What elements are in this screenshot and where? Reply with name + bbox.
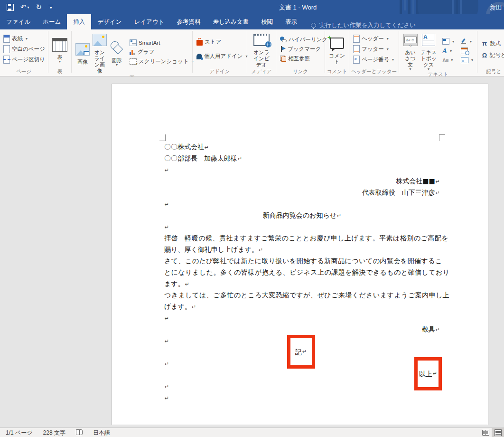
doc-line: つきましては、ご多忙のところ大変恐縮ですが、ぜひご来場くださいますようご案内申し… <box>164 289 440 301</box>
tab-review[interactable]: 校閲 <box>255 14 279 29</box>
tab-mailings[interactable]: 差し込み文書 <box>206 14 255 29</box>
cross-reference-button[interactable]: 相互参照 <box>279 55 329 63</box>
my-addins-button[interactable]: 個人用アドイン <box>195 52 249 60</box>
doc-line: 賜り、厚く御礼申し上げます。↵ <box>164 244 440 255</box>
proofing-icon <box>76 429 83 435</box>
cross-reference-icon <box>280 56 286 62</box>
shapes-button[interactable]: 図形 <box>108 38 125 66</box>
wordart-icon: A <box>442 48 447 54</box>
save-button[interactable] <box>7 4 14 11</box>
undo-button[interactable]: ↶▾ <box>20 3 29 11</box>
quick-access-toolbar: ↶▾ ↻ ▾ <box>7 0 53 14</box>
tab-file[interactable]: ファイル <box>0 14 37 29</box>
hyperlink-icon <box>280 37 287 43</box>
language-indicator[interactable]: 日本語 <box>93 429 110 437</box>
text-box-button[interactable]: テキストボックス <box>419 30 438 71</box>
document-area: 〇〇株式会社↵ 〇〇部部長 加藤太郎様↵ ↵ 株式会社■■↵ 代表取締役 山下三… <box>0 76 504 428</box>
ribbon-group-symbols: π数式 Ω記号と 記号と <box>478 29 504 76</box>
online-video-button[interactable]: オンラインビデオ <box>250 30 273 68</box>
smartart-button[interactable]: SmartArt <box>128 39 195 47</box>
chart-icon <box>130 49 136 55</box>
tab-insert[interactable]: 挿入 <box>67 14 91 29</box>
tell-me-box[interactable]: 実行したい作業を入力してください <box>311 21 416 29</box>
greeting-button[interactable]: あいさつ文 <box>401 30 419 71</box>
doc-line-ijo: 以上↵ <box>164 369 440 380</box>
ribbon: 表紙 空白のページ ページ区切り ページ 表 表 画像 <box>0 29 504 76</box>
object-button[interactable] <box>459 57 475 64</box>
proofing-button[interactable] <box>76 429 83 436</box>
margin-corner-mark <box>159 134 166 141</box>
picture-button[interactable]: 画像 <box>74 40 91 65</box>
read-mode-button[interactable] <box>479 428 492 437</box>
doc-line-ki: 記↵ <box>164 346 440 358</box>
symbol-button[interactable]: Ω記号と <box>480 51 504 59</box>
document-page[interactable]: 〇〇株式会社↵ 〇〇部部長 加藤太郎様↵ ↵ 株式会社■■↵ 代表取締役 山下三… <box>112 84 488 425</box>
header-icon <box>353 35 360 43</box>
tab-references[interactable]: 参考資料 <box>170 14 206 29</box>
doc-line: げます。↵ <box>164 301 440 312</box>
paragraph-mark: ↵ <box>302 346 307 358</box>
lightbulb-icon <box>311 23 316 28</box>
word-count[interactable]: 228 文字 <box>43 429 65 437</box>
paragraph-mark: ↵ <box>165 361 169 367</box>
margin-corner-mark <box>439 134 445 141</box>
header-button[interactable]: ヘッダー <box>352 34 395 43</box>
group-label-media: メディア <box>248 68 275 76</box>
paragraph-mark: ↵ <box>165 338 169 344</box>
paragraph-mark: ↵ <box>165 384 169 390</box>
group-label-table: 表 <box>49 68 71 76</box>
tab-view[interactable]: 表示 <box>279 14 303 29</box>
ribbon-group-addins: ストア 個人用アドイン アドイン <box>193 29 246 76</box>
globe-icon <box>265 41 271 48</box>
comment-button[interactable]: コメント <box>327 34 346 65</box>
hyperlink-button[interactable]: ハイパーリンク <box>279 36 329 44</box>
page-indicator[interactable]: 1/1 ページ <box>6 429 33 437</box>
doc-line: とになりました。多くの皆様が抱える、ビジネス上の課題を解決できるものと確信してお… <box>164 266 440 278</box>
cover-page-button[interactable]: 表紙 <box>2 34 47 43</box>
group-label-comments: コメント <box>326 68 348 76</box>
store-icon <box>196 40 203 46</box>
paragraph-mark: ↵ <box>433 368 437 380</box>
comment-icon <box>330 38 344 49</box>
wordart-button[interactable]: A <box>441 48 456 55</box>
doc-line: 〇〇株式会社↵ <box>164 141 440 152</box>
ribbon-group-table: 表 表 <box>49 29 71 76</box>
document-text[interactable]: 〇〇株式会社↵ 〇〇部部長 加藤太郎様↵ ↵ 株式会社■■↵ 代表取締役 山下三… <box>164 141 440 403</box>
chart-button[interactable]: グラフ <box>128 48 195 56</box>
print-layout-button[interactable] <box>492 428 504 437</box>
table-button[interactable]: 表 <box>51 35 69 63</box>
group-label-addins: アドイン <box>193 68 246 76</box>
tab-home[interactable]: ホーム <box>37 14 67 29</box>
bookmark-button[interactable]: ブックマーク <box>279 45 329 53</box>
doc-line: さて、このたび弊社では新たに取り扱いを開始する新商品についての内覧会を開催するこ <box>164 255 440 266</box>
group-label-page: ページ <box>0 68 47 76</box>
quick-parts-button[interactable] <box>441 38 456 45</box>
page-break-button[interactable]: ページ区切り <box>2 55 47 64</box>
footer-button[interactable]: フッター <box>352 45 395 54</box>
customize-qat-button[interactable]: ▾ <box>48 5 53 10</box>
tab-layout[interactable]: レイアウト <box>128 14 170 29</box>
paragraph-mark: ↵ <box>238 156 242 162</box>
online-pictures-button[interactable]: オンライン画像 <box>91 30 108 74</box>
blank-page-button[interactable]: 空白のページ <box>2 45 47 54</box>
ribbon-group-comments: コメント コメント <box>326 29 348 76</box>
table-icon <box>52 38 67 52</box>
date-time-button[interactable] <box>459 47 475 55</box>
equation-button[interactable]: π数式 <box>480 39 502 48</box>
signature-line-button[interactable] <box>459 38 475 45</box>
drop-cap-button[interactable]: A≡ <box>441 57 456 64</box>
redo-button[interactable]: ↻ <box>36 3 42 11</box>
paragraph-mark: ↵ <box>436 179 440 185</box>
pi-icon: π <box>481 40 488 47</box>
object-icon <box>461 57 468 63</box>
bookmark-icon <box>280 46 286 52</box>
undo-dropdown-icon[interactable]: ▾ <box>28 5 29 10</box>
store-button[interactable]: ストア <box>195 38 249 46</box>
greeting-icon <box>403 34 418 46</box>
tab-design[interactable]: デザイン <box>91 14 128 29</box>
paragraph-mark: ↵ <box>259 247 263 253</box>
user-name[interactable]: 新田 <box>490 3 502 12</box>
screenshot-button[interactable]: スクリーンショット <box>128 57 195 66</box>
cover-page-icon <box>3 35 10 43</box>
page-number-button[interactable]: ページ番号 <box>352 55 395 64</box>
